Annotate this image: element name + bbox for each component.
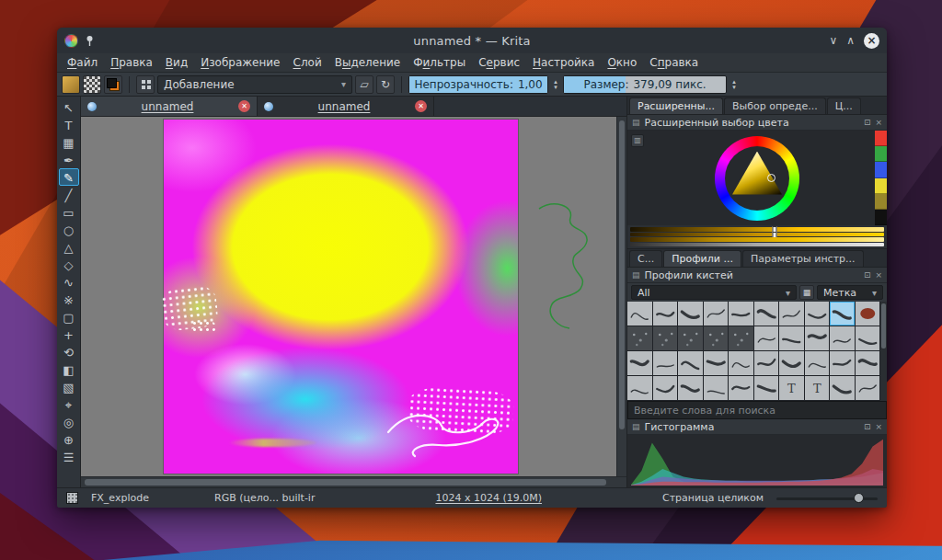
brush-preset[interactable]	[779, 302, 804, 326]
brush-preset[interactable]	[704, 302, 729, 326]
menu-item[interactable]: Вид	[159, 54, 194, 71]
slider-handle[interactable]	[854, 493, 864, 503]
menu-item[interactable]: Изображение	[194, 54, 286, 71]
close-icon[interactable]: ×	[875, 118, 882, 127]
fg-bg-colors-button[interactable]	[104, 75, 122, 94]
menu-item[interactable]: Фильтры	[407, 54, 472, 71]
brush-preset[interactable]	[704, 376, 729, 400]
histogram-docker-header[interactable]: ▤ Гистограмма ⊡ ×	[627, 419, 887, 435]
close-icon[interactable]: ×	[864, 33, 879, 49]
shade-icon[interactable]: ∨	[829, 33, 837, 48]
brush-preset[interactable]	[830, 326, 855, 350]
brush-grid-scrollbar[interactable]	[880, 302, 887, 401]
brush-preset[interactable]	[754, 302, 779, 326]
brush-search-input[interactable]	[627, 401, 887, 419]
brush-preset[interactable]	[678, 376, 703, 400]
menu-item[interactable]: Справка	[643, 54, 705, 71]
brush-preset[interactable]	[805, 326, 830, 350]
tool-transform-icon[interactable]: ⟲	[59, 343, 79, 360]
eraser-mode-button[interactable]: ▱	[355, 75, 373, 94]
menu-item[interactable]: Правка	[104, 54, 159, 71]
docker-tab[interactable]: Выбор опреде...	[724, 97, 826, 114]
reload-preset-button[interactable]: ↻	[376, 75, 395, 94]
tool-line-icon[interactable]: ╱	[59, 186, 79, 203]
brush-preset[interactable]	[704, 351, 729, 375]
tag-filter-combo[interactable]: All ▾	[631, 285, 797, 300]
float-icon[interactable]: ⊡	[864, 422, 871, 431]
brush-preset[interactable]	[627, 376, 652, 400]
brush-preset[interactable]	[754, 376, 779, 400]
docker-tab[interactable]: Профили ...	[663, 250, 741, 267]
image-size-label[interactable]: 1024 x 1024 (19.0M)	[435, 492, 542, 504]
float-icon[interactable]: ⊡	[864, 118, 871, 127]
float-icon[interactable]: ⊡	[864, 270, 871, 280]
tab-close-icon[interactable]: ✕	[415, 100, 427, 112]
tool-rectangle-icon[interactable]: ▭	[59, 203, 79, 221]
tool-polyline-icon[interactable]: ◇	[59, 256, 79, 273]
color-swatch[interactable]	[875, 146, 887, 162]
tool-crop-icon[interactable]: ▢	[59, 308, 79, 326]
brush-preset[interactable]	[627, 326, 652, 350]
brush-preset[interactable]	[627, 351, 652, 375]
pattern-chooser-button[interactable]	[83, 75, 101, 94]
color-swatch[interactable]	[875, 162, 887, 177]
tool-fill-icon[interactable]: ◧	[59, 360, 79, 378]
brush-preset[interactable]	[729, 351, 753, 375]
tool-polygon-icon[interactable]: △	[59, 238, 79, 256]
tool-move-icon[interactable]: +	[59, 326, 79, 343]
view-mode-icon[interactable]: ▦	[799, 285, 814, 300]
spin-down-icon[interactable]: ▾	[551, 85, 560, 90]
tool-freehand-brush-icon[interactable]: ✎	[59, 168, 79, 186]
opacity-spinner[interactable]: ▴▾	[551, 79, 560, 90]
tool-calligraphy-icon[interactable]: ✒	[59, 151, 79, 168]
brush-preset[interactable]	[830, 376, 855, 400]
tool-pan-icon[interactable]: ☰	[59, 448, 79, 465]
menu-item[interactable]: Файл	[61, 54, 104, 71]
tool-multibrush-icon[interactable]: ※	[59, 291, 79, 308]
brush-preset[interactable]	[856, 302, 880, 326]
menu-item[interactable]: Окно	[601, 54, 643, 71]
brush-preset[interactable]	[805, 351, 830, 375]
brush-preset[interactable]	[729, 326, 753, 350]
document-tab[interactable]: unnamed✕	[258, 97, 434, 116]
size-spinner[interactable]: ▴▾	[729, 79, 739, 90]
docker-tab[interactable]: С...	[629, 250, 662, 267]
tag-combo[interactable]: Метка ▾	[817, 285, 883, 300]
maximize-icon[interactable]: ∧	[846, 33, 855, 48]
brush-preset[interactable]	[830, 302, 855, 326]
brush-preset[interactable]	[754, 351, 779, 375]
color-channel-slider[interactable]	[630, 233, 884, 237]
tool-bezier-curve-icon[interactable]: ∿	[59, 273, 79, 291]
brush-preset[interactable]	[856, 376, 880, 400]
titlebar[interactable]: unnamed * — Krita ∨ ∧ ×	[57, 28, 887, 53]
color-swatch[interactable]	[875, 131, 887, 146]
tool-edit-shapes-icon[interactable]: ▦	[59, 133, 79, 151]
color-channel-slider[interactable]	[630, 237, 884, 242]
menu-item[interactable]: Выделение	[328, 54, 407, 71]
preset-preview-icon[interactable]	[66, 492, 78, 504]
advanced-color-selector[interactable]: ▥	[627, 131, 887, 225]
brush-docker-header[interactable]: ▤ Профили кистей ⊡ ×	[627, 268, 887, 283]
brush-preset[interactable]	[856, 351, 880, 375]
tool-ellipse-icon[interactable]: ○	[59, 221, 79, 238]
brush-preset[interactable]	[653, 326, 678, 350]
scrollbar-handle[interactable]	[85, 479, 606, 486]
brush-preset[interactable]	[678, 302, 703, 326]
tool-text-icon[interactable]: T	[59, 116, 79, 133]
canvas[interactable]	[164, 120, 518, 474]
brush-preset[interactable]	[729, 302, 753, 326]
menu-item[interactable]: Слой	[287, 54, 328, 71]
canvas-viewport[interactable]	[81, 117, 626, 476]
tool-color-picker-icon[interactable]: ⌖	[59, 395, 79, 413]
size-slider[interactable]: Размер:379,09 пикс.	[563, 75, 727, 94]
opacity-slider[interactable]: Непрозрачность:1,00	[408, 75, 548, 94]
brush-preset[interactable]	[653, 376, 678, 400]
horizontal-scrollbar[interactable]	[81, 476, 626, 487]
brush-preset[interactable]	[653, 302, 678, 326]
color-swatch[interactable]	[875, 210, 887, 225]
tool-select-shapes-icon[interactable]: ↖	[59, 98, 79, 116]
brush-preset[interactable]	[704, 326, 729, 350]
docker-tab[interactable]: Ц...	[827, 97, 861, 114]
gradient-chooser-button[interactable]	[62, 75, 80, 94]
document-tab[interactable]: unnamed✕	[81, 97, 258, 116]
